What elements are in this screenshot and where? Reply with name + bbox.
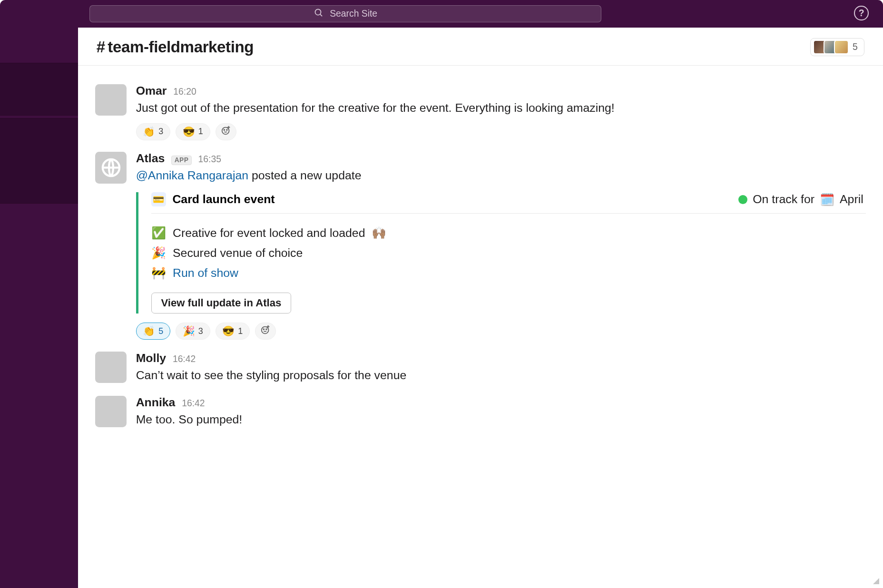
svg-point-9 (264, 329, 265, 330)
status-date: April (840, 193, 863, 206)
reaction[interactable]: 🎉 3 (176, 323, 210, 340)
channel-title[interactable]: #team-fieldmarketing (97, 38, 254, 56)
reaction-count: 1 (238, 326, 243, 336)
member-avatars (813, 40, 849, 54)
attachment-line: 🚧 Run of show (151, 263, 866, 283)
message-author[interactable]: Omar (136, 84, 167, 98)
svg-point-0 (315, 10, 321, 15)
posted-text: posted a new update (248, 169, 361, 182)
atlas-icon (100, 157, 122, 179)
avatar[interactable] (95, 84, 127, 116)
message-text: Me too. So pumped! (136, 411, 866, 428)
status-text: On track for (753, 193, 814, 206)
message-list: Omar 16:20 Just got out of the presentat… (78, 66, 883, 441)
svg-point-10 (266, 329, 267, 330)
line-text: Creative for event locked and loaded (173, 223, 365, 243)
line-emoji: 🚧 (151, 263, 166, 283)
message-text: Can’t wait to see the styling proposals … (136, 366, 866, 384)
line-text: Secured venue of choice (173, 243, 303, 263)
view-full-update-button[interactable]: View full update in Atlas (151, 293, 291, 314)
calendar-icon: 🗓️ (820, 193, 834, 206)
reaction-count: 1 (198, 127, 203, 137)
reaction-bar: 👏 3 😎 1 (136, 123, 866, 140)
message-author[interactable]: Molly (136, 352, 166, 365)
line-link[interactable]: Run of show (173, 263, 238, 283)
message: Annika 16:42 Me too. So pumped! (95, 396, 866, 428)
top-bar: Search Site ? (0, 0, 883, 28)
help-button[interactable]: ? (854, 6, 868, 20)
card-icon: 💳 (151, 192, 166, 206)
channel-hash: # (97, 38, 105, 56)
sidebar-section-2[interactable] (0, 118, 78, 203)
svg-point-2 (222, 127, 229, 134)
attachment-title[interactable]: 💳 Card launch event (151, 192, 275, 206)
user-mention[interactable]: @Annika Rangarajan (136, 169, 248, 182)
reaction-emoji: 😎 (183, 126, 195, 137)
status-dot-icon (738, 195, 747, 204)
reaction[interactable]: 👏 3 (136, 123, 170, 140)
message: Molly 16:42 Can’t wait to see the stylin… (95, 352, 866, 384)
member-count-button[interactable]: 5 (810, 38, 865, 56)
reaction-count: 3 (158, 127, 163, 137)
global-search[interactable]: Search Site (89, 5, 601, 22)
attachment-title-text: Card launch event (172, 193, 275, 206)
svg-line-1 (320, 14, 322, 16)
svg-point-3 (224, 129, 225, 130)
reaction-emoji: 👏 (143, 126, 155, 137)
message: Omar 16:20 Just got out of the presentat… (95, 84, 866, 140)
reaction-emoji: 🎉 (183, 325, 195, 337)
svg-point-8 (262, 327, 269, 334)
channel-header: #team-fieldmarketing 5 (78, 28, 883, 66)
search-placeholder: Search Site (330, 9, 377, 19)
message-text: Just got out of the presentation for the… (136, 99, 866, 117)
attachment-line: ✅ Creative for event locked and loaded 🙌… (151, 223, 866, 243)
avatar[interactable] (95, 152, 127, 183)
reaction[interactable]: 😎 1 (176, 123, 210, 140)
message-text: @Annika Rangarajan posted a new update (136, 167, 866, 184)
reaction[interactable]: 👏 5 (136, 323, 170, 340)
member-count: 5 (853, 42, 858, 52)
add-reaction-button[interactable] (255, 323, 276, 340)
app-badge: APP (171, 156, 192, 165)
attachment-line: 🎉 Secured venue of choice (151, 243, 866, 263)
message: Atlas APP 16:35 @Annika Rangarajan poste… (95, 152, 866, 340)
avatar[interactable] (95, 352, 127, 383)
line-emoji: ✅ (151, 223, 166, 243)
attachment: 💳 Card launch event On track for 🗓️ Apri… (136, 192, 866, 314)
reaction-emoji: 👏 (143, 325, 155, 337)
message-author[interactable]: Annika (136, 396, 176, 409)
reaction-emoji: 😎 (222, 325, 235, 337)
avatar[interactable] (95, 396, 127, 427)
message-time: 16:35 (198, 154, 221, 165)
message-author[interactable]: Atlas (136, 152, 165, 165)
add-reaction-icon (221, 125, 231, 138)
svg-point-4 (226, 129, 227, 130)
reaction-count: 5 (158, 326, 163, 336)
add-reaction-button[interactable] (216, 123, 236, 140)
channel-name: team-fieldmarketing (108, 38, 254, 56)
reaction-bar: 👏 5 🎉 3 😎 1 (136, 323, 866, 340)
attachment-status: On track for 🗓️ April (738, 193, 863, 206)
reaction-count: 3 (198, 326, 203, 336)
resize-handle-icon[interactable] (873, 578, 879, 584)
reaction[interactable]: 😎 1 (216, 323, 250, 340)
sidebar (0, 28, 78, 588)
sidebar-section-1[interactable] (0, 63, 78, 115)
message-time: 16:42 (173, 354, 196, 364)
search-icon (314, 8, 324, 20)
add-reaction-icon (260, 324, 271, 338)
message-time: 16:20 (173, 87, 196, 97)
line-emoji: 🎉 (151, 243, 166, 263)
line-emoji-tail: 🙌🏽 (372, 223, 386, 243)
message-time: 16:42 (182, 398, 205, 409)
member-avatar (834, 40, 848, 54)
